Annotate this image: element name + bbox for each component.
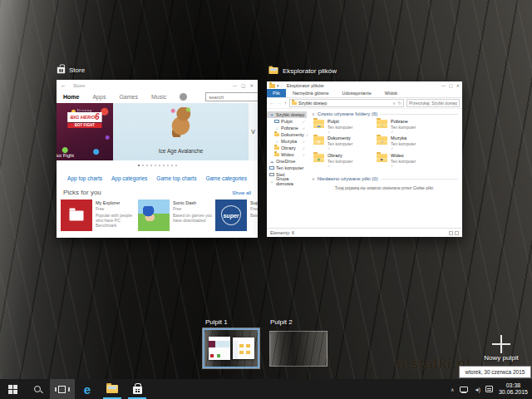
- pick-price: Free: [250, 206, 258, 211]
- folder-item-obrazy[interactable]: ▣ ObrazyTen komputer✓: [313, 153, 380, 168]
- folder-item-pobrane[interactable]: ↓ PobraneTen komputer✓: [377, 119, 443, 134]
- tab-plik[interactable]: Plik: [267, 89, 286, 97]
- list-view-icon[interactable]: [449, 231, 453, 235]
- hero-title-line: BIG HERO: [70, 115, 95, 120]
- maximize-icon[interactable]: ▢: [241, 83, 245, 88]
- explorer-window-preview[interactable]: ▾ | Eksplorator plików — ▢ ✕ Plik Narzęd…: [267, 81, 462, 237]
- folder-item-muzyka[interactable]: ♪ MuzykaTen komputer✓: [377, 135, 443, 150]
- tray-expand-chevron-icon[interactable]: ∧: [451, 387, 454, 392]
- store-preview-title: Store: [69, 66, 85, 74]
- nav-music[interactable]: Music: [151, 94, 166, 100]
- hero-tile-ice-age[interactable]: Ice Age Avalanche: [113, 103, 249, 160]
- explorer-search-input[interactable]: [409, 101, 457, 106]
- start-button[interactable]: [0, 379, 25, 399]
- hero-tile-big-hero-6[interactable]: Disney BIG HERO6 BOT FIGHT Bot Fight: [57, 103, 113, 160]
- group-header-recent-files[interactable]: ∨ Niedawno używane pliki (0): [312, 176, 458, 181]
- taskbar: e ∧ ◄) 03:38 30.06.2015: [0, 379, 532, 399]
- hero-tile-next[interactable]: V: [249, 103, 258, 160]
- store-nav: Home Apps Games Music: [57, 91, 258, 103]
- network-status-icon[interactable]: [460, 387, 468, 392]
- tab-narzedzia-glowne[interactable]: Narzędzia główne: [286, 89, 336, 97]
- maximize-icon[interactable]: ▢: [449, 83, 453, 88]
- search-icon: [34, 386, 41, 392]
- sidebar-item-wideo[interactable]: Wideo✓: [267, 151, 307, 158]
- collapse-chevron-icon[interactable]: ∨: [312, 111, 315, 116]
- folder-item-wideo[interactable]: ▶ WideoTen komputer✓: [377, 153, 443, 168]
- recent-files-empty-text: Tutaj pojawią się ostatnio otwierane prz…: [307, 185, 462, 190]
- account-avatar[interactable]: [180, 93, 187, 101]
- ribbon-tabs: Plik Narzędzia główne Udostępnianie Wido…: [267, 90, 462, 98]
- action-center-icon[interactable]: [485, 386, 493, 392]
- volume-icon[interactable]: ◄): [474, 387, 480, 392]
- pick-name: Sonic Dash: [173, 200, 213, 206]
- explorer-search-box[interactable]: [406, 99, 460, 107]
- sidebar-item-ten-komputer[interactable]: Ten komputer: [267, 165, 307, 171]
- sidebar-item-pulpit[interactable]: Pulpit✓: [267, 118, 307, 125]
- pick-item-super[interactable]: super Super Free Based on: [215, 200, 258, 231]
- pick-item-my-explorer[interactable]: My Explorer Free Popular with people who…: [61, 200, 136, 231]
- store-search-input[interactable]: [209, 95, 258, 100]
- breadcrumb[interactable]: Szybki dostęp ∨↻: [289, 99, 404, 107]
- hero-right-text: V: [251, 129, 255, 135]
- link-app-categories[interactable]: App categories: [111, 175, 147, 181]
- network-icon: [269, 173, 274, 176]
- link-game-top-charts[interactable]: Game top charts: [156, 175, 196, 181]
- task-view-button[interactable]: [50, 379, 75, 399]
- sidebar-item-pobrane[interactable]: ↓Pobrane✓: [267, 125, 307, 131]
- edge-taskbar-button[interactable]: e: [75, 379, 100, 399]
- search-button[interactable]: [25, 379, 50, 399]
- system-tray: ∧ ◄) 03:38 30.06.2015: [451, 379, 532, 399]
- forward-arrow-icon[interactable]: →: [277, 101, 282, 106]
- store-search-box[interactable]: [205, 92, 258, 101]
- nav-home[interactable]: Home: [63, 94, 79, 100]
- pin-icon: ✓: [328, 164, 352, 168]
- sidebar-item-muzyka[interactable]: ♪Muzyka✓: [267, 138, 307, 145]
- refresh-icon[interactable]: ↻: [398, 101, 401, 106]
- show-all-link[interactable]: Show all: [232, 190, 251, 195]
- desktop2-thumbnail[interactable]: [269, 331, 328, 367]
- clock-date: 30.06.2015: [499, 389, 528, 396]
- desktop1-thumbnail[interactable]: [203, 328, 259, 368]
- up-arrow-icon[interactable]: ↑: [284, 101, 287, 106]
- star-icon: ★: [269, 113, 274, 117]
- tab-udostepnianie[interactable]: Udostępnianie: [336, 89, 378, 97]
- store-window-preview[interactable]: ← Store — ▢ ✕ Home Apps Games Music Disn…: [57, 80, 258, 238]
- sidebar-item-szybki-dostep[interactable]: ★Szybki dostęp: [267, 111, 307, 118]
- pick-item-sonic-dash[interactable]: Sonic Dash Free Based on games you have …: [138, 200, 214, 231]
- link-game-categories[interactable]: Game categories: [205, 175, 247, 181]
- tab-widok[interactable]: Widok: [378, 89, 404, 97]
- minimize-icon[interactable]: —: [233, 83, 238, 88]
- mini-store-window: [209, 337, 230, 360]
- collapse-chevron-icon[interactable]: ∨: [312, 176, 315, 181]
- back-arrow-icon[interactable]: ←: [269, 101, 274, 106]
- close-icon[interactable]: ✕: [456, 83, 460, 88]
- download-icon: ↓: [274, 126, 279, 131]
- new-desktop-button[interactable]: [490, 334, 513, 354]
- sidebar-item-onedrive[interactable]: ☁OneDrive: [267, 158, 307, 165]
- store-taskbar-button[interactable]: [125, 379, 150, 399]
- folder-icon: [292, 101, 297, 106]
- sidebar-item-obrazy[interactable]: Obrazy✓: [267, 145, 307, 151]
- explorer-taskbar-button[interactable]: [100, 379, 125, 399]
- taskbar-clock[interactable]: 03:38 30.06.2015: [499, 382, 528, 396]
- sidebar-item-grupa-domowa[interactable]: ⌂Grupa domowa: [267, 178, 307, 185]
- pick-desc: Based on: [250, 213, 258, 218]
- nav-games[interactable]: Games: [119, 94, 138, 100]
- breadcrumb-location[interactable]: Szybki dostęp: [298, 101, 327, 106]
- group-header-frequent-folders[interactable]: ∨ Często używane foldery (6): [312, 111, 458, 116]
- folder-item-pulpit[interactable]: ▂ PulpitTen komputer✓: [313, 119, 380, 134]
- back-arrow-icon[interactable]: ←: [61, 82, 66, 88]
- nav-apps[interactable]: Apps: [92, 94, 106, 100]
- chevron-down-icon[interactable]: ∨: [392, 101, 396, 106]
- thumbnail-view-icon[interactable]: [455, 231, 459, 235]
- carousel-dots[interactable]: [57, 163, 258, 168]
- sidebar-item-dokumenty[interactable]: Dokumenty✓: [267, 131, 307, 138]
- close-icon[interactable]: ✕: [249, 83, 254, 88]
- quick-access-toolbar-chevron-icon[interactable]: ▾: [277, 83, 279, 88]
- folder-item-dokumenty[interactable]: ▤ DokumentyTen komputer✓: [313, 135, 380, 150]
- minimize-icon[interactable]: —: [441, 83, 446, 88]
- desktop2-label: Pulpit 2: [270, 318, 293, 326]
- link-app-top-charts[interactable]: App top charts: [67, 175, 102, 181]
- folder-icon: ▂: [313, 120, 324, 128]
- edge-icon: e: [84, 383, 91, 396]
